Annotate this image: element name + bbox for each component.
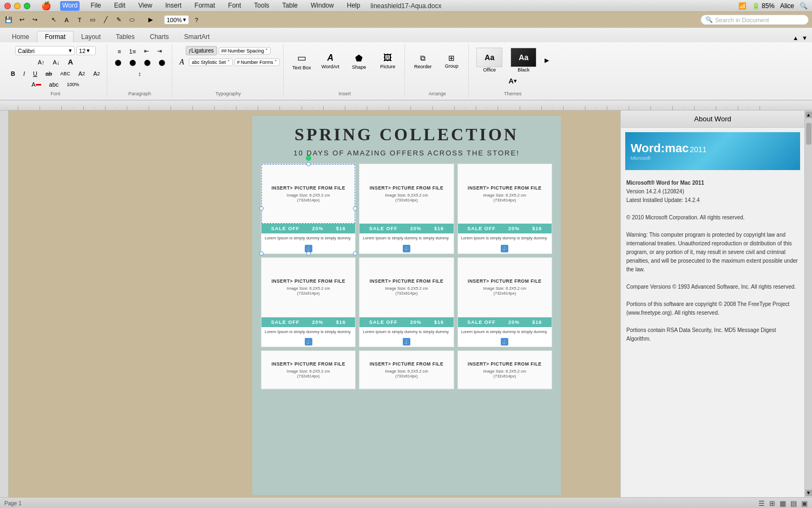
highlight-btn[interactable]: abc — [46, 80, 62, 89]
superscript-btn[interactable]: A2 — [75, 69, 88, 79]
menu-view[interactable]: View — [136, 1, 154, 11]
zoom-dropdown-icon[interactable]: ▾ — [183, 16, 186, 23]
text-tool-icon[interactable]: A — [61, 15, 72, 25]
rotation-handle[interactable] — [306, 155, 311, 161]
ribbon-collapse-icon[interactable]: ▲ — [793, 35, 798, 41]
shape-btn[interactable]: ⬟ Shape — [345, 46, 372, 76]
align-right-btn[interactable]: ⬤ — [141, 57, 154, 68]
menu-word[interactable]: Word — [60, 1, 80, 11]
menu-edit[interactable]: Edit — [112, 1, 128, 11]
product-card-7[interactable]: INSERT> PICTURE FROM FILE Image Size: 6.… — [359, 350, 454, 389]
font-selector[interactable]: Calibri ▾ — [15, 46, 75, 55]
strikethrough-btn[interactable]: ab — [42, 69, 55, 79]
number-spacing-dropdown[interactable]: ## Number Spacing ˅ — [219, 47, 271, 55]
scroll-down-btn[interactable]: ▼ — [806, 490, 812, 496]
tab-home[interactable]: Home — [4, 31, 37, 42]
theme-black-btn[interactable]: Aa Black — [507, 46, 540, 74]
close-button[interactable] — [4, 3, 11, 9]
indent-decrease-btn[interactable]: ⇤ — [141, 46, 152, 56]
resize-handle-left[interactable] — [259, 206, 264, 211]
indent-increase-btn[interactable]: ⇥ — [154, 46, 165, 56]
font-decrease-btn[interactable]: A↓ — [50, 57, 63, 67]
font-increase-btn[interactable]: A↑ — [35, 57, 48, 67]
menu-file[interactable]: File — [88, 1, 103, 11]
arrow-cursor-icon[interactable]: ↖ — [48, 15, 59, 25]
text-box-btn[interactable]: ▭ Text Box — [288, 46, 315, 76]
doc-canvas[interactable]: SPRING COLLECTION 10 DAYS OF AMAZING OFF… — [9, 110, 804, 497]
tab-format[interactable]: Format — [37, 31, 74, 42]
menu-help[interactable]: Help — [345, 1, 363, 11]
menu-window[interactable]: Window — [309, 1, 336, 11]
theme-font-btn[interactable]: A ▾ — [506, 75, 520, 87]
bold-btn[interactable]: B — [8, 69, 18, 79]
minimize-button[interactable] — [14, 3, 21, 9]
tab-tables[interactable]: Tables — [108, 31, 142, 42]
bullet-list-btn[interactable]: ≡ — [114, 47, 124, 56]
scroll-up-btn[interactable]: ▲ — [806, 112, 812, 118]
align-center-btn[interactable]: ⬤ — [126, 57, 139, 68]
vertical-scrollbar[interactable]: ▲ ▼ — [804, 110, 812, 497]
line-icon[interactable]: ╱ — [100, 15, 111, 25]
zoom-control[interactable]: 100% ▾ — [164, 15, 189, 24]
search-document-box[interactable]: 🔍 Search in Document — [700, 15, 809, 25]
scroll-thumb[interactable] — [806, 123, 811, 145]
italic-btn[interactable]: I — [20, 69, 28, 79]
product-card-5[interactable]: INSERT> PICTURE FROM FILE Image Size: 6.… — [457, 257, 552, 348]
number-forms-dropdown[interactable]: # Number Forms ˅ — [234, 58, 280, 66]
view-web-icon[interactable]: ▣ — [801, 499, 808, 507]
menu-tools[interactable]: Tools — [252, 1, 271, 11]
font-theme-btn[interactable]: A — [64, 56, 76, 68]
ellipse-icon[interactable]: ⬭ — [126, 15, 137, 25]
resize-handle-right[interactable] — [353, 206, 357, 211]
menu-format[interactable]: Format — [192, 1, 217, 11]
underline-btn[interactable]: U — [30, 69, 41, 79]
resize-handle-bottom-right[interactable] — [353, 251, 357, 256]
draw-icon[interactable]: ✎ — [113, 15, 124, 25]
view-normal-icon[interactable]: ☰ — [758, 499, 765, 507]
ribbon-expand-icon[interactable]: ▼ — [802, 35, 808, 41]
align-left-btn[interactable]: ⬤ — [112, 57, 125, 68]
menu-table[interactable]: Table — [280, 1, 300, 11]
wordart-btn[interactable]: A WordArt — [317, 46, 344, 76]
search-icon[interactable]: 🔍 — [800, 2, 808, 10]
resize-handle-bottom-left[interactable] — [259, 251, 264, 256]
subscript-btn[interactable]: A2 — [90, 69, 103, 79]
media-icon[interactable]: ▶ — [145, 15, 156, 25]
numbered-list-btn[interactable]: 1≡ — [126, 47, 140, 56]
reorder-btn[interactable]: ⧉ Reorder — [409, 46, 436, 76]
theme-office-btn[interactable]: Aa Office — [473, 46, 506, 74]
quick-access-save[interactable]: 💾 — [3, 15, 14, 25]
font-size-selector[interactable]: 12 ▾ — [76, 46, 96, 55]
resize-handle-top[interactable] — [306, 162, 311, 166]
themes-more-btn[interactable]: ▶ — [541, 55, 552, 66]
text-effects-btn[interactable]: A — [176, 56, 188, 68]
rectangle-icon[interactable]: ▭ — [87, 15, 98, 25]
product-card-1[interactable]: INSERT> PICTURE FROM FILE Image Size: 6.… — [359, 164, 454, 254]
quick-access-undo[interactable]: ↩ — [16, 15, 27, 25]
resize-handle-bottom[interactable] — [306, 251, 311, 256]
group-btn[interactable]: ⊞ Group — [438, 46, 465, 76]
product-card-0[interactable]: INSERT> PICTURE FROM FILE Image Size: 6.… — [261, 164, 356, 254]
tab-layout[interactable]: Layout — [74, 31, 108, 42]
stylistic-set-dropdown[interactable]: abc Stylistic Set ˅ — [189, 58, 233, 66]
text-cursor-icon[interactable]: T — [74, 15, 85, 25]
tab-smartart[interactable]: SmartArt — [176, 31, 217, 42]
product-card-4[interactable]: INSERT> PICTURE FROM FILE Image Size: 6.… — [359, 257, 454, 348]
product-card-8[interactable]: INSERT> PICTURE FROM FILE Image Size: 6.… — [457, 350, 552, 389]
view-outline-icon[interactable]: ⊞ — [769, 499, 775, 507]
product-card-2[interactable]: INSERT> PICTURE FROM FILE Image Size: 6.… — [457, 164, 552, 254]
product-card-3[interactable]: INSERT> PICTURE FROM FILE Image Size: 6.… — [261, 257, 356, 348]
align-justify-btn[interactable]: ⬤ — [155, 57, 168, 68]
tab-charts[interactable]: Charts — [142, 31, 176, 42]
ligatures-btn[interactable]: ƒ Ligatures — [186, 46, 217, 55]
clear-format-btn[interactable]: 100% — [63, 80, 82, 89]
quick-access-redo[interactable]: ↪ — [29, 15, 40, 25]
line-spacing-btn[interactable]: ↕ — [135, 69, 145, 79]
smallcaps-btn[interactable]: ABC — [57, 69, 74, 78]
apple-menu[interactable]: 🍎 — [41, 1, 51, 11]
menu-insert[interactable]: Insert — [163, 1, 184, 11]
menu-font[interactable]: Font — [226, 1, 243, 11]
help-icon[interactable]: ? — [191, 15, 202, 25]
font-color-btn[interactable]: A — [28, 80, 44, 89]
view-notebook-icon[interactable]: ▤ — [790, 499, 797, 507]
